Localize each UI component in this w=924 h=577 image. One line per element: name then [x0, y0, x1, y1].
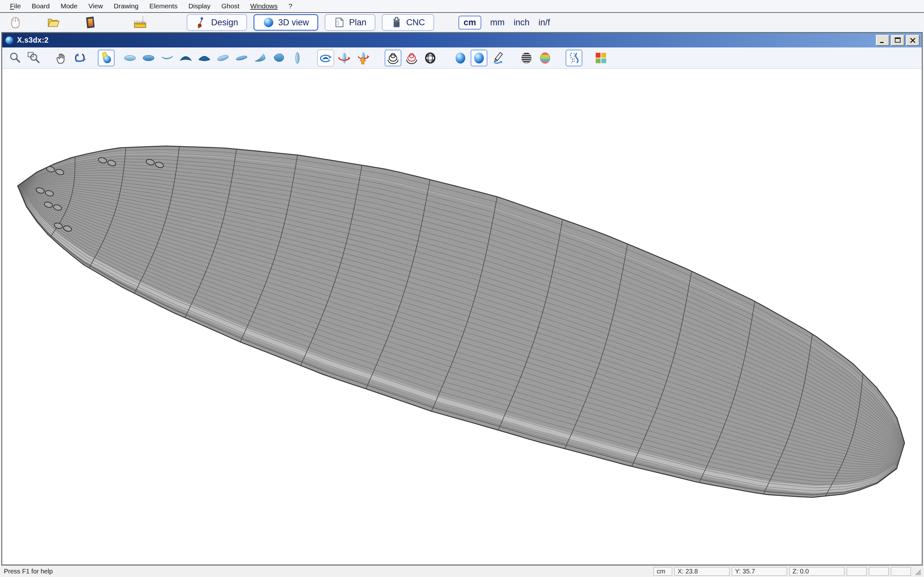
- open-folder-icon: [47, 16, 60, 29]
- board-model: [18, 146, 905, 498]
- status-help-text: Press F1 for help: [4, 568, 53, 575]
- orbit-rotate-icon: [73, 52, 86, 64]
- mode-button-label: CNC: [406, 18, 425, 27]
- light-render-button[interactable]: [98, 50, 115, 66]
- document-sphere-icon: [5, 35, 14, 45]
- view-outline-button[interactable]: [289, 50, 306, 66]
- rotate-horizontal-icon: [338, 52, 351, 64]
- unit-inch-button[interactable]: inch: [514, 18, 530, 27]
- view-section-back-icon: [198, 52, 211, 64]
- view-outline-icon: [291, 52, 304, 64]
- view-deck-icon: [124, 52, 136, 64]
- window-controls: [876, 35, 919, 46]
- mode-button-label: Plan: [349, 18, 367, 27]
- menu-bar: FileBoardModeViewDrawingElementsDisplayG…: [0, 0, 924, 13]
- zoom-window-button[interactable]: [25, 50, 42, 66]
- contour-lines-button[interactable]: [384, 50, 401, 66]
- view-section-back-button[interactable]: [196, 50, 213, 66]
- open-folder-button[interactable]: [44, 15, 62, 31]
- menu-[interactable]: ?: [283, 2, 298, 10]
- view-bottom-icon: [142, 52, 155, 64]
- status-empty-slot: [846, 567, 867, 576]
- plan-document-icon: [334, 17, 345, 28]
- main-toolbar: Design3D viewPlanCNC cmmminchin/f: [0, 13, 924, 31]
- zoom-window-icon: [27, 52, 40, 64]
- status-fields: cmX: 23.8Y: 35.7Z: 0.0: [654, 567, 921, 576]
- zebra-stripes-button[interactable]: [518, 50, 535, 66]
- unit-cm-button[interactable]: cm: [459, 16, 481, 29]
- mouse-tool-button[interactable]: [6, 15, 24, 31]
- contour-lines-icon: [387, 52, 399, 64]
- board-3d-render: [2, 69, 922, 564]
- view-section-front-button[interactable]: [178, 50, 194, 66]
- board-3d-viewport[interactable]: [2, 69, 922, 564]
- rotate-vertical-button[interactable]: [355, 50, 371, 66]
- rotate-flip-button[interactable]: [317, 50, 334, 66]
- menu-mode[interactable]: Mode: [55, 2, 83, 10]
- status-bar: Press F1 for help cmX: 23.8Y: 35.7Z: 0.0: [0, 566, 924, 577]
- resize-grip[interactable]: [913, 567, 921, 576]
- menu-drawing[interactable]: Drawing: [108, 2, 144, 10]
- pan-hand-button[interactable]: [53, 50, 69, 66]
- rotate-horizontal-button[interactable]: [336, 50, 352, 66]
- view-quarter-front-icon: [254, 52, 267, 64]
- design-nodes-icon: [196, 17, 207, 28]
- symmetry-button[interactable]: [565, 50, 582, 66]
- menu-file[interactable]: File: [5, 2, 26, 10]
- symmetry-icon: [567, 52, 580, 64]
- menu-elements[interactable]: Elements: [144, 2, 183, 10]
- render-sphere-icon: [454, 52, 467, 64]
- minimize-icon: [879, 37, 887, 44]
- contour-lines-red-button[interactable]: [403, 50, 420, 66]
- color-palette-icon: [594, 52, 607, 64]
- view-perspective-deck-icon: [216, 52, 229, 64]
- status-empty-slot: [869, 567, 889, 576]
- measure-ruler-button[interactable]: [131, 15, 149, 31]
- color-palette-button[interactable]: [593, 50, 609, 66]
- view-section-front-icon: [179, 52, 192, 64]
- view-toolbar: [2, 47, 922, 69]
- menu-board[interactable]: Board: [26, 2, 55, 10]
- menu-ghost[interactable]: Ghost: [216, 2, 245, 10]
- view-quarter-front-button[interactable]: [252, 50, 268, 66]
- unit-in-f-button[interactable]: in/f: [538, 18, 550, 27]
- view-quarter-back-button[interactable]: [270, 50, 287, 66]
- status-unit: cm: [654, 567, 672, 576]
- save-button[interactable]: [81, 15, 99, 31]
- render-sphere-button[interactable]: [452, 50, 469, 66]
- unit-mm-button[interactable]: mm: [490, 18, 505, 27]
- view-perspective-bottom-icon: [235, 52, 248, 64]
- view-bottom-button[interactable]: [140, 50, 157, 66]
- menu-view[interactable]: View: [83, 2, 108, 10]
- cnc-button[interactable]: CNC: [382, 14, 434, 31]
- orbit-rotate-button[interactable]: [71, 50, 88, 66]
- view-deck-button[interactable]: [121, 50, 138, 66]
- view-perspective-deck-button[interactable]: [215, 50, 231, 66]
- save-icon: [83, 16, 97, 29]
- view-rocker-button[interactable]: [159, 50, 176, 66]
- status-x-coordinate: X: 23.8: [674, 567, 730, 576]
- maximize-icon: [894, 37, 901, 44]
- window-titlebar[interactable]: X.s3dx:2: [2, 33, 922, 47]
- menu-display[interactable]: Display: [183, 2, 216, 10]
- window-maximize-button[interactable]: [891, 35, 905, 46]
- mouse-tool-icon: [9, 16, 22, 29]
- zebra-stripes-icon: [520, 52, 533, 64]
- close-icon: [909, 37, 917, 44]
- plan-button[interactable]: Plan: [325, 14, 375, 31]
- wireframe-sphere-button[interactable]: [422, 50, 439, 66]
- zoom-button[interactable]: [7, 50, 23, 66]
- design-button[interactable]: Design: [187, 14, 247, 31]
- rotate-flip-icon: [319, 52, 332, 64]
- menu-windows[interactable]: Windows: [245, 2, 283, 10]
- edit-pencil-button[interactable]: [489, 50, 506, 66]
- view-rocker-icon: [161, 52, 174, 64]
- view-perspective-bottom-button[interactable]: [233, 50, 250, 66]
- edit-pencil-icon: [491, 52, 504, 64]
- render-sphere-smooth-button[interactable]: [471, 50, 487, 66]
- window-close-button[interactable]: [906, 35, 919, 46]
- 3d-view-button[interactable]: 3D view: [254, 14, 318, 31]
- window-minimize-button[interactable]: [876, 35, 889, 46]
- status-empty-slot: [891, 567, 911, 576]
- curvature-map-button[interactable]: [537, 50, 553, 66]
